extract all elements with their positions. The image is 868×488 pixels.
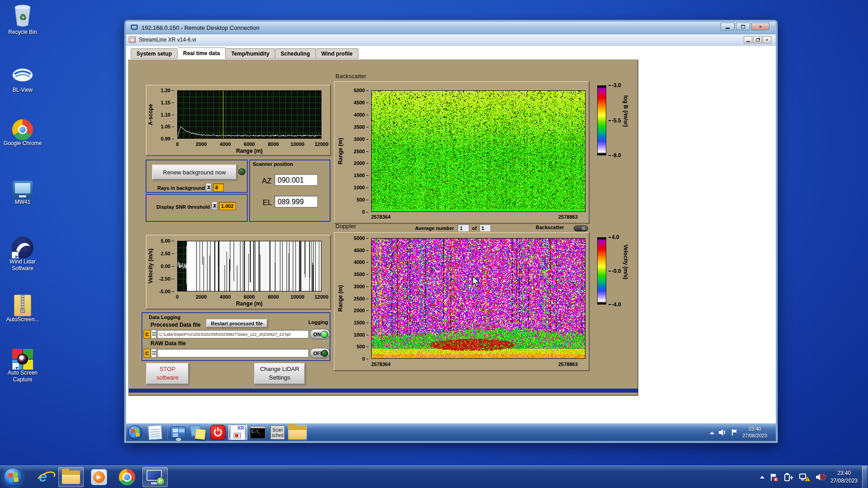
doppler-graph: Range (m) 500045004000350030002500200015… [334, 232, 590, 371]
tray-expand-icon[interactable] [760, 474, 764, 479]
tab-wind-profile[interactable]: Wind profile [316, 48, 359, 59]
taskbar-item-chrome[interactable] [114, 467, 140, 487]
rdp-computer-icon [131, 24, 139, 32]
stop-software-button[interactable]: STOPsoftware [146, 363, 189, 385]
rays-in-background-label: Rays in background [157, 185, 205, 191]
scan-scheduler-icon: Scansched [270, 425, 285, 440]
raw-path-field[interactable] [157, 349, 309, 357]
data-logging-title: Data Logging [149, 314, 180, 320]
backscatter-toggle-label: Backscatter [536, 225, 564, 230]
app-restore-button[interactable] [753, 36, 762, 43]
rdp-maximize-button[interactable] [736, 23, 750, 30]
speaker-muted-icon[interactable] [815, 473, 826, 482]
velocity-xticks: 020004000600080001000012000 [177, 293, 321, 300]
az-label: AZ [262, 177, 272, 186]
backscatter-title: Backscatter [335, 73, 366, 80]
doppler-plot[interactable] [371, 238, 585, 359]
rdp-close-button[interactable]: × [751, 23, 769, 30]
session-taskbar-streamline-xr[interactable]: XR [228, 425, 247, 440]
processed-path-field[interactable]: C:\Lidar\Data\Proc\2023\202308\20230827\… [157, 330, 309, 338]
rdp-title: 192.168.0.150 - Remote Desktop Connectio… [142, 24, 259, 31]
folder-icon [62, 470, 80, 484]
average-number-field[interactable]: 1 [458, 224, 469, 232]
processed-logging-on-button[interactable]: ON [310, 329, 330, 339]
processed-drive-box[interactable]: C [144, 330, 151, 338]
tab-temp-humidity[interactable]: Temp/humidity [226, 48, 275, 59]
session-taskbar-scan-scheduler[interactable]: Scansched [268, 425, 287, 440]
host-clock[interactable]: 23:40 27/08/2023 [830, 469, 858, 484]
internet-explorer-icon: e [39, 469, 47, 485]
rdp-minimize-button[interactable] [721, 23, 735, 30]
session-taskbar-sticky-notes[interactable] [189, 425, 208, 440]
desktop-icon-mw41[interactable]: MW41 [3, 179, 42, 206]
snr-spinner[interactable] [212, 202, 217, 210]
show-desktop-button[interactable] [862, 466, 867, 488]
mw41-icon [13, 181, 33, 199]
app-minimize-button[interactable] [744, 36, 752, 43]
panel-bottom-strip [129, 389, 638, 393]
velocity-plot[interactable] [177, 241, 321, 291]
processed-browse-icon[interactable] [151, 330, 156, 338]
restore-icon [756, 38, 760, 42]
renew-background-button[interactable]: Renew background now [152, 164, 237, 180]
change-lidar-settings-button[interactable]: Change LiDARSettings [254, 363, 305, 385]
restart-processed-file-button[interactable]: Restart processed file [206, 319, 268, 328]
backscatter-x-start: 2578364 [371, 214, 391, 220]
background-box: Renew background now Rays in background … [146, 160, 248, 193]
velocity-graph: Velocity (m/s) 5.002.500.00-2.50-5.00 02… [146, 235, 331, 310]
desktop-icon-label: MW41 [3, 199, 42, 206]
desktop-icon-recycle-bin[interactable]: ♻ Recycle Bin [3, 4, 42, 36]
taskbar-item-media-player[interactable]: ▶ [86, 467, 112, 487]
session-taskbar-notepad[interactable] [146, 425, 165, 440]
start-button[interactable] [4, 468, 23, 487]
taskbar-item-explorer[interactable] [58, 467, 84, 487]
rdp-titlebar[interactable]: 192.168.0.150 - Remote Desktop Connectio… [126, 22, 776, 34]
session-taskbar-power[interactable] [208, 425, 227, 440]
speaker-icon[interactable] [718, 429, 727, 436]
tray-expand-icon[interactable] [710, 429, 714, 434]
taskbar-item-remote-desktop[interactable]: ⇄ [142, 467, 168, 487]
tab-real-time-data[interactable]: Real time data [178, 47, 226, 59]
tab-scheduling[interactable]: Scheduling [275, 48, 316, 59]
raw-logging-off-button[interactable]: OFF [310, 348, 330, 358]
ascope-plot[interactable] [177, 90, 321, 139]
backscatter-plot[interactable] [371, 90, 585, 212]
rays-spinner[interactable] [206, 183, 212, 192]
close-icon: × [759, 24, 762, 29]
desktop-icon-label: Wind Lidar Software [3, 258, 42, 272]
desktop-icon-chrome[interactable]: Google Chrome [3, 118, 42, 147]
desktop-icon-autoscreen-zip[interactable]: AutoScreen... [3, 295, 42, 323]
doppler-ylabel: Range (m) [337, 238, 344, 359]
app-titlebar[interactable]: StreamLine XR v14-6.vi × [126, 34, 776, 46]
processed-data-file-label: Processed Data file [151, 322, 201, 328]
flag-icon[interactable] [731, 428, 739, 436]
backscatter-toggle[interactable] [574, 225, 588, 231]
labview-xr-icon: XR [230, 425, 245, 440]
action-center-flag-icon[interactable] [769, 472, 779, 482]
tab-system-setup[interactable]: System setup [131, 48, 178, 59]
session-start-button[interactable] [128, 425, 142, 440]
average-of-field[interactable]: 1 [479, 224, 491, 232]
desktop-icon-wind-lidar[interactable]: Wind Lidar Software [3, 237, 42, 272]
power-plug-icon[interactable] [783, 472, 794, 482]
windows-flag-icon [131, 428, 141, 438]
backscatter-ylabel: Range (m) [337, 90, 344, 212]
doppler-colorbar [597, 237, 606, 305]
app-close-button[interactable]: × [763, 36, 771, 43]
app-window: StreamLine XR v14-6.vi × System setup Re… [126, 34, 776, 423]
taskbar-item-internet-explorer[interactable]: e [30, 467, 56, 487]
desktop-icon-bl-view[interactable]: BL-View [3, 61, 42, 94]
snr-value-field[interactable]: 1.002 [219, 202, 236, 210]
raw-drive-box[interactable]: C [144, 349, 151, 357]
rays-value-field[interactable]: 8 [213, 183, 224, 192]
network-icon[interactable]: ! [799, 472, 811, 482]
desktop-icon-auto-screen-capture[interactable]: Auto Screen Capture [3, 349, 42, 383]
session-taskbar-command-prompt[interactable]: C:\_ [248, 425, 267, 440]
scanner-position-title: Scanner position [253, 161, 293, 167]
session-taskbar-display-settings[interactable] [169, 425, 188, 440]
raw-browse-icon[interactable] [151, 349, 156, 357]
logging-label: Logging [308, 319, 328, 325]
session-taskbar-explorer[interactable] [288, 425, 307, 440]
session-clock[interactable]: 23:40 27/08/2023 [742, 426, 767, 439]
remote-desktop-icon: ⇄ [146, 470, 164, 484]
